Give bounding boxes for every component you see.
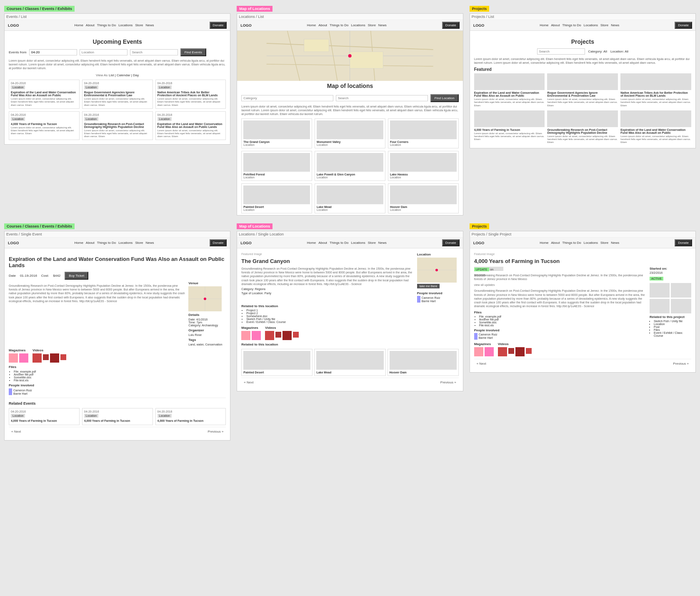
nav-next[interactable]: « Next <box>244 381 253 384</box>
location-name[interactable]: The Grand Canyon <box>243 140 310 143</box>
file-item[interactable]: File-test.xls <box>14 379 226 382</box>
events-search-input[interactable] <box>130 49 178 55</box>
magazine-item[interactable] <box>9 353 18 363</box>
file-item[interactable]: Another file.pdf <box>14 373 226 376</box>
find-events-btn[interactable]: Find Events <box>180 48 206 56</box>
nav-home[interactable]: Home <box>75 241 83 245</box>
event-title[interactable]: 4,000 Years of Farming in Tucson <box>11 419 78 422</box>
magazine-item[interactable] <box>19 353 28 363</box>
related-link[interactable]: Project 2 <box>246 312 458 315</box>
file-item[interactable]: Another file.pdf <box>479 318 646 321</box>
video-item[interactable] <box>32 353 42 363</box>
related-link[interactable]: Somewhere.doc <box>246 315 458 318</box>
event-title[interactable]: Rogue Government Agencies Ignore Environ… <box>84 91 151 97</box>
search-input[interactable] <box>336 95 428 101</box>
event-title[interactable]: Expiration of the Land and Water Conserv… <box>158 123 224 128</box>
nav-home[interactable]: Home <box>307 241 316 245</box>
video-item[interactable] <box>282 331 292 340</box>
magazine-item[interactable] <box>252 331 261 340</box>
nav-home[interactable]: Home <box>540 241 548 245</box>
nav-things[interactable]: Things to Do <box>562 23 581 27</box>
location-name[interactable]: Lake Mead <box>316 371 383 374</box>
project-title[interactable]: Groundbreaking Research on Post-Contact … <box>547 128 618 134</box>
magazine-item[interactable] <box>485 347 494 356</box>
video-item[interactable] <box>508 348 514 354</box>
project-title[interactable]: Native American Tribes Ask for Better Pr… <box>620 91 691 97</box>
video-item[interactable] <box>293 332 299 338</box>
nav-next[interactable]: « Next <box>477 362 486 366</box>
related-link[interactable]: Location <box>654 323 691 326</box>
location-name[interactable]: Monument Valley <box>317 140 383 143</box>
location-name[interactable]: Petrified Forest <box>243 173 310 176</box>
nav-home[interactable]: Home <box>307 23 316 27</box>
video-item[interactable] <box>60 354 66 360</box>
nav-things[interactable]: Things to Do <box>97 23 116 27</box>
nav-store[interactable]: Store <box>135 23 143 27</box>
nav-about[interactable]: About <box>318 241 327 245</box>
nav-news[interactable]: News <box>146 23 154 27</box>
view-options[interactable]: List | Calendar | Day <box>109 73 139 77</box>
view-all-updates[interactable]: view all updates <box>474 283 646 286</box>
event-title[interactable]: 4,000 Years of Farming in Tucson <box>11 123 78 125</box>
location-name[interactable]: Four Corners <box>390 140 457 143</box>
file-item[interactable]: Sometitle.doc <box>14 376 226 379</box>
nav-locations[interactable]: Locations <box>118 241 132 245</box>
nav-about[interactable]: About <box>86 23 95 27</box>
event-title[interactable]: 4,000 Years of Farming in Tucson <box>158 419 224 422</box>
file-item[interactable]: File-test.xls <box>479 324 646 327</box>
nav-store[interactable]: Store <box>368 241 376 245</box>
nav-home[interactable]: Home <box>75 23 83 27</box>
nav-about[interactable]: About <box>551 241 560 245</box>
nav-news[interactable]: News <box>611 241 619 245</box>
location-name[interactable]: Painted Desert <box>243 371 310 374</box>
nav-locations[interactable]: Locations <box>351 241 365 245</box>
location-name[interactable]: Lake Powell & Glen Canyon <box>317 173 383 176</box>
project-title[interactable]: 4,000 Years of Farming in Tucson <box>474 128 545 131</box>
magazine-item[interactable] <box>474 347 483 356</box>
navbar-donate-btn[interactable]: Donate <box>210 22 227 29</box>
related-link[interactable]: Sketch Fish / Unity file <box>246 318 458 321</box>
category-input[interactable] <box>241 95 333 101</box>
nav-store[interactable]: Store <box>600 23 608 27</box>
nav-things[interactable]: Things to Do <box>330 23 348 27</box>
nav-store[interactable]: Store <box>368 23 376 27</box>
events-location-input[interactable] <box>80 49 128 55</box>
nav-home[interactable]: Home <box>540 23 548 27</box>
related-link[interactable]: Event / Exhibit / Class: Course <box>246 321 458 323</box>
location-name[interactable]: Lake Mead <box>317 205 383 208</box>
video-item[interactable] <box>498 347 507 356</box>
magazine-item[interactable] <box>241 331 250 340</box>
take-me-there-btn[interactable]: take me there <box>417 284 440 288</box>
nav-about[interactable]: About <box>318 23 327 27</box>
category-filter[interactable]: Category: All <box>588 50 607 53</box>
location-name[interactable]: Hoover Dam <box>390 205 457 208</box>
video-item[interactable] <box>526 348 532 354</box>
find-location-btn[interactable]: Find Location <box>430 94 459 102</box>
navbar-donate-btn[interactable]: Donate <box>675 239 692 246</box>
nav-prev[interactable]: Previous » <box>208 430 224 433</box>
events-date-input[interactable] <box>29 49 77 55</box>
navbar-donate-btn[interactable]: Donate <box>675 22 692 29</box>
event-title[interactable]: Native American Tribes Ask for Better Pr… <box>158 91 224 97</box>
nav-things[interactable]: Things to Do <box>562 241 581 245</box>
file-item[interactable]: File_example.pdf <box>479 315 646 318</box>
related-link[interactable]: Project 1 <box>246 309 458 312</box>
related-link[interactable]: Sketch Fish / Unity file <box>654 320 691 323</box>
related-link[interactable]: Event / Exhibit / Class: Course <box>654 331 691 337</box>
location-name[interactable]: Painted Desert <box>243 205 310 208</box>
navbar-donate-btn[interactable]: Donate <box>442 22 460 29</box>
nav-news[interactable]: News <box>146 241 154 245</box>
video-item[interactable] <box>265 331 274 340</box>
video-item[interactable] <box>43 354 49 360</box>
nav-news[interactable]: News <box>378 241 387 245</box>
nav-next[interactable]: « Next <box>11 430 21 433</box>
nav-locations[interactable]: Locations <box>351 23 365 27</box>
file-item[interactable]: File_example.pdf <box>14 370 226 373</box>
file-item[interactable]: Sometitle.doc <box>479 321 646 324</box>
navbar-donate-btn[interactable]: Donate <box>210 239 227 246</box>
event-title[interactable]: Expiration of the Land and Water Conserv… <box>11 91 78 97</box>
nav-about[interactable]: About <box>551 23 560 27</box>
nav-news[interactable]: News <box>378 23 387 27</box>
project-title[interactable]: Expiration of the Land and Water Conserv… <box>620 128 691 134</box>
event-title[interactable]: 4,000 Years of Farming in Tucson <box>84 419 151 422</box>
